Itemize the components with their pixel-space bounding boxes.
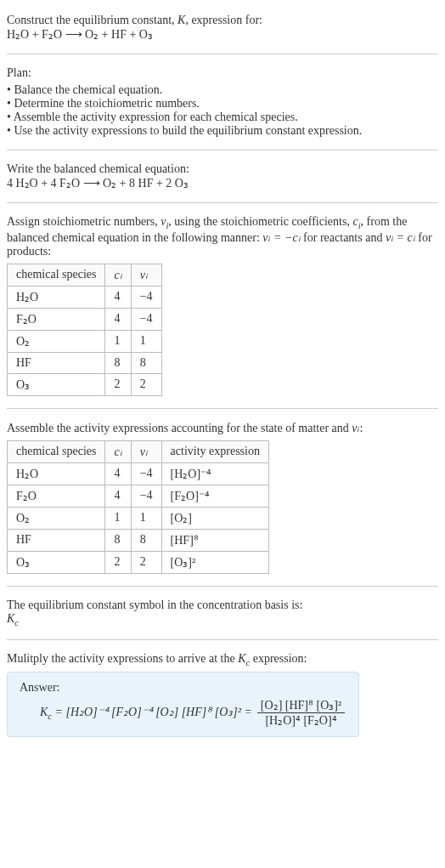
- relation-products: νᵢ = cᵢ: [386, 231, 415, 244]
- plan-item: Use the activity expressions to build th…: [7, 124, 438, 138]
- kc-lhs: Kc = [H₂O]⁻⁴ [F₂O]⁻⁴ [O₂] [HF]⁸ [O₃]² =: [40, 705, 252, 721]
- plan-section: Plan: Balance the chemical equation. Det…: [7, 60, 438, 145]
- cell-ci: 4: [105, 286, 131, 308]
- table-header-row: chemical species cᵢ νᵢ: [8, 264, 162, 286]
- cell-activity: [F₂O]⁻⁴: [161, 485, 268, 507]
- cell-ci: 1: [105, 330, 131, 352]
- table-row: F₂O4−4[F₂O]⁻⁴: [8, 485, 269, 507]
- col-activity: activity expression: [161, 440, 268, 462]
- intro-section: Construct the equilibrium constant, K, e…: [7, 7, 438, 48]
- cell-activity: [O₂]: [161, 507, 268, 529]
- cell-activity: [H₂O]⁻⁴: [161, 462, 268, 485]
- text: expression:: [250, 652, 307, 665]
- col-species: chemical species: [8, 440, 105, 462]
- activity-intro: Assemble the activity expressions accoun…: [7, 421, 438, 435]
- divider: [7, 639, 438, 640]
- divider: [7, 202, 438, 203]
- table-row: HF88[HF]⁸: [8, 529, 269, 551]
- cell-vi: −4: [131, 462, 161, 485]
- cell-ci: 4: [105, 462, 131, 485]
- cell-vi: 2: [131, 373, 161, 395]
- cell-species: O₂: [8, 507, 105, 529]
- cell-ci: 4: [105, 485, 131, 507]
- table-row: F₂O4−4: [8, 308, 162, 330]
- k-letter: K: [7, 612, 14, 625]
- balanced-section: Write the balanced chemical equation: 4 …: [7, 156, 438, 197]
- balanced-title: Write the balanced chemical equation:: [7, 162, 438, 176]
- cell-ci: 4: [105, 308, 131, 330]
- cell-vi: −4: [131, 308, 161, 330]
- plan-list: Balance the chemical equation. Determine…: [7, 83, 438, 138]
- cell-ci: 8: [105, 529, 131, 551]
- fraction-num: [O₂] [HF]⁸ [O₃]²: [257, 698, 345, 713]
- answer-label: Answer:: [20, 681, 346, 695]
- cell-vi: 2: [131, 551, 161, 573]
- table-row: H₂O4−4[H₂O]⁻⁴: [8, 462, 269, 485]
- relation-reactants: νᵢ = −cᵢ: [262, 231, 300, 244]
- divider: [7, 54, 438, 54]
- cell-species: F₂O: [8, 485, 105, 507]
- cell-species: HF: [8, 352, 105, 373]
- kc-symbol-line: The equilibrium constant symbol in the c…: [7, 599, 438, 612]
- cell-vi: 8: [131, 352, 161, 373]
- cell-vi: −4: [131, 485, 161, 507]
- cell-ci: 2: [105, 551, 131, 573]
- col-ci: cᵢ: [105, 264, 131, 286]
- divider: [7, 150, 438, 150]
- activity-section: Assemble the activity expressions accoun…: [7, 414, 438, 581]
- kc-letter: K: [238, 652, 245, 665]
- divider: [7, 408, 438, 409]
- plan-title: Plan:: [7, 66, 438, 80]
- answer-box: Answer: Kc = [H₂O]⁻⁴ [F₂O]⁻⁴ [O₂] [HF]⁸ …: [7, 672, 359, 737]
- cell-activity: [O₃]²: [161, 551, 268, 573]
- col-vi: νᵢ: [131, 440, 161, 462]
- cell-species: H₂O: [8, 462, 105, 485]
- cell-ci: 2: [105, 373, 131, 395]
- cell-species: HF: [8, 529, 105, 551]
- text: Assign stoichiometric numbers,: [7, 215, 161, 228]
- cell-activity: [HF]⁸: [161, 529, 268, 551]
- stoich-section: Assign stoichiometric numbers, νi, using…: [7, 208, 438, 403]
- stoich-intro: Assign stoichiometric numbers, νi, using…: [7, 215, 438, 258]
- col-vi: νᵢ: [131, 264, 161, 286]
- answer-equation: Kc = [H₂O]⁻⁴ [F₂O]⁻⁴ [O₂] [HF]⁸ [O₃]² = …: [20, 698, 346, 728]
- plan-item: Assemble the activity expression for eac…: [7, 111, 438, 124]
- kc-symbol: Kc: [7, 612, 438, 627]
- text: for reactants and: [301, 231, 386, 244]
- cell-vi: 1: [131, 507, 161, 529]
- table-row: O₃22: [8, 373, 162, 395]
- k-sub: c: [14, 618, 19, 627]
- table-row: O₂11: [8, 330, 162, 352]
- table-row: H₂O4−4: [8, 286, 162, 308]
- plan-item: Determine the stoichiometric numbers.: [7, 97, 438, 111]
- text: , using the stoichiometric coefficients,: [168, 215, 352, 228]
- stoich-table: chemical species cᵢ νᵢ H₂O4−4 F₂O4−4 O₂1…: [7, 264, 162, 396]
- divider: [7, 586, 438, 587]
- table-row: O₂11[O₂]: [8, 507, 269, 529]
- cell-species: F₂O: [8, 308, 105, 330]
- text: Mulitply the activity expressions to arr…: [7, 652, 238, 665]
- cell-species: O₃: [8, 551, 105, 573]
- kc-symbol-section: The equilibrium constant symbol in the c…: [7, 592, 438, 634]
- unbalanced-equation: H₂O + F₂O ⟶ O₂ + HF + O₃: [7, 27, 438, 42]
- text: :: [360, 422, 363, 434]
- col-ci: cᵢ: [105, 440, 131, 462]
- k-symbol: K: [177, 14, 185, 26]
- table-row: HF88: [8, 352, 162, 373]
- intro-text-a: Construct the equilibrium constant,: [7, 14, 177, 26]
- cell-ci: 1: [105, 507, 131, 529]
- table-row: O₃22[O₃]²: [8, 551, 269, 573]
- cell-species: O₃: [8, 373, 105, 395]
- cell-species: H₂O: [8, 286, 105, 308]
- cell-species: O₂: [8, 330, 105, 352]
- intro-text-b: , expression for:: [185, 14, 262, 26]
- fraction-den: [H₂O]⁴ [F₂O]⁴: [257, 713, 345, 728]
- intro-line: Construct the equilibrium constant, K, e…: [7, 14, 438, 27]
- cell-vi: 8: [131, 529, 161, 551]
- text: Assemble the activity expressions accoun…: [7, 422, 352, 434]
- fraction: [O₂] [HF]⁸ [O₃]² [H₂O]⁴ [F₂O]⁴: [257, 698, 345, 728]
- activity-table: chemical species cᵢ νᵢ activity expressi…: [7, 440, 269, 574]
- balanced-equation: 4 H₂O + 4 F₂O ⟶ O₂ + 8 HF + 2 O₃: [7, 176, 438, 190]
- plan-item: Balance the chemical equation.: [7, 83, 438, 97]
- cell-vi: 1: [131, 330, 161, 352]
